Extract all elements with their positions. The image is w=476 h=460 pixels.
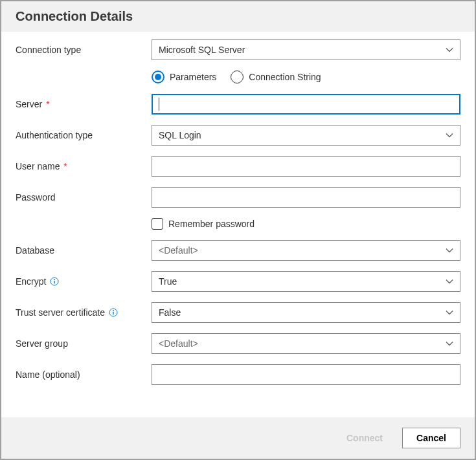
dialog-footer: Connect Cancel: [1, 417, 475, 459]
text-caret: [159, 98, 159, 111]
server-group-label: Server group: [16, 338, 152, 349]
checkbox-unchecked-icon: [152, 218, 163, 230]
password-label: Password: [16, 192, 152, 203]
server-group-select[interactable]: <Default>: [152, 333, 460, 354]
radio-connection-string-label: Connection String: [249, 72, 321, 82]
encrypt-label: Encrypt: [16, 276, 152, 287]
trust-cert-select[interactable]: False: [152, 302, 460, 323]
server-label: Server *: [16, 99, 152, 109]
name-optional-input[interactable]: [152, 364, 460, 385]
radio-connection-string[interactable]: Connection String: [231, 71, 321, 83]
server-input[interactable]: [152, 94, 460, 115]
svg-rect-2: [54, 281, 55, 284]
info-icon[interactable]: [50, 277, 59, 286]
required-asterisk: *: [63, 161, 67, 171]
svg-point-1: [54, 279, 56, 280]
connection-details-dialog: Connection Details Connection type Micro…: [0, 0, 476, 460]
radio-unchecked-icon: [231, 71, 244, 83]
name-optional-label: Name (optional): [16, 369, 152, 380]
info-icon[interactable]: [109, 308, 118, 317]
cancel-button[interactable]: Cancel: [402, 428, 460, 448]
remember-password-label: Remember password: [168, 219, 255, 229]
radio-parameters[interactable]: Parameters: [152, 71, 216, 83]
connection-type-select[interactable]: Microsoft SQL Server: [152, 39, 460, 60]
remember-password-checkbox[interactable]: Remember password: [152, 218, 460, 230]
database-label: Database: [16, 245, 152, 256]
database-select[interactable]: <Default>: [152, 240, 460, 261]
auth-type-select[interactable]: SQL Login: [152, 125, 460, 146]
connection-type-label: Connection type: [16, 45, 152, 55]
radio-checked-icon: [152, 71, 164, 83]
encrypt-select[interactable]: True: [152, 271, 460, 292]
password-input[interactable]: [152, 187, 460, 208]
dialog-title: Connection Details: [1, 1, 475, 32]
required-asterisk: *: [46, 99, 49, 109]
radio-parameters-label: Parameters: [170, 72, 216, 82]
input-mode-radio-group: Parameters Connection String: [152, 71, 460, 83]
auth-type-label: Authentication type: [16, 130, 152, 140]
svg-rect-5: [113, 312, 113, 315]
user-name-label: User name *: [16, 161, 152, 171]
connect-button[interactable]: Connect: [335, 428, 394, 448]
trust-cert-label: Trust server certificate: [16, 307, 152, 318]
user-name-input[interactable]: [152, 156, 460, 177]
svg-point-4: [113, 310, 114, 311]
dialog-body: Connection type Microsoft SQL Server: [1, 32, 475, 417]
